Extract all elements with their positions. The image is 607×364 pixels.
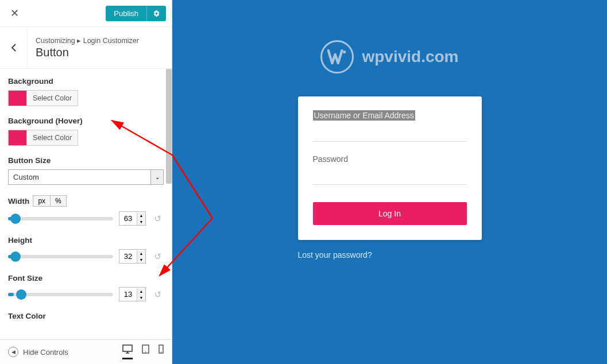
field-width: Width px % ▲ ▼ ↻ [8, 195, 164, 226]
publish-group: Publish [106, 6, 166, 21]
field-text-color: Text Color [8, 312, 164, 320]
site-logo: wpvivid.com [320, 40, 458, 73]
customizer-topbar: ✕ Publish [0, 0, 172, 27]
color-picker-row: Select Color [8, 130, 164, 146]
field-background: Background Select Color [8, 77, 164, 106]
field-label: Background [8, 77, 164, 86]
font-size-slider[interactable] [8, 293, 113, 296]
number-spinner: ▲ ▼ [137, 288, 145, 301]
stepper-up[interactable]: ▲ [137, 212, 145, 219]
breadcrumb-path: Customizing ▸ Login Customizer [36, 36, 139, 45]
customizer-footer: ◀ Hide Controls [0, 339, 172, 364]
svg-point-2 [145, 351, 146, 353]
stepper-down[interactable]: ▼ [137, 219, 145, 225]
field-height: Height ▲ ▼ ↻ [8, 236, 164, 264]
chevron-down-icon: ⌄ [151, 169, 164, 185]
reset-icon[interactable]: ↻ [152, 289, 164, 300]
hide-controls-label: Hide Controls [23, 348, 68, 357]
svg-rect-0 [123, 345, 132, 351]
slider-thumb[interactable] [10, 251, 21, 262]
width-input[interactable] [119, 212, 137, 225]
stepper-up[interactable]: ▲ [137, 250, 145, 257]
desktop-icon [122, 344, 133, 354]
height-slider[interactable] [8, 255, 113, 258]
publish-button[interactable]: Publish [106, 6, 146, 21]
device-desktop-button[interactable] [122, 344, 133, 359]
reset-icon[interactable]: ↻ [152, 251, 164, 262]
unit-toggle: px % [33, 195, 66, 207]
color-swatch[interactable] [8, 90, 26, 106]
login-form: Username or Email Address Password Log I… [298, 96, 482, 240]
password-input[interactable] [313, 166, 467, 185]
font-size-input-wrap: ▲ ▼ [119, 287, 146, 301]
reset-icon[interactable]: ↻ [152, 214, 164, 224]
field-font-size: Font Size ▲ ▼ ↻ [8, 274, 164, 301]
unit-percent-button[interactable]: % [51, 195, 67, 207]
width-input-wrap: ▲ ▼ [119, 211, 146, 226]
field-label: Button Size [8, 156, 164, 165]
font-size-input[interactable] [119, 288, 137, 301]
logo-mark [320, 40, 354, 73]
gear-icon [153, 10, 160, 17]
field-background-hover: Background (Hover) Select Color [8, 117, 164, 146]
unit-px-button[interactable]: px [33, 195, 51, 207]
settings-panel: Background Select Color Background (Hove… [0, 69, 172, 339]
field-label: Height [8, 236, 164, 245]
collapse-icon: ◀ [8, 347, 18, 357]
stepper-down[interactable]: ▼ [137, 295, 145, 301]
field-label: Background (Hover) [8, 117, 164, 125]
chevron-left-icon [11, 44, 16, 52]
logo-text: wpvivid.com [362, 48, 458, 66]
close-icon[interactable]: ✕ [6, 5, 24, 22]
font-size-slider-row: ▲ ▼ ↻ [8, 287, 164, 301]
publish-settings-button[interactable] [146, 6, 166, 21]
width-slider-row: ▲ ▼ ↻ [8, 211, 164, 226]
stepper-up[interactable]: ▲ [137, 288, 145, 295]
number-spinner: ▲ ▼ [137, 212, 145, 225]
height-input-wrap: ▲ ▼ [119, 249, 146, 264]
password-label: Password [313, 154, 467, 164]
field-label: Text Color [8, 312, 164, 320]
size-select[interactable]: Custom ⌄ [8, 169, 164, 185]
username-input[interactable] [313, 123, 467, 142]
select-color-button[interactable]: Select Color [26, 90, 78, 106]
tablet-icon [142, 344, 149, 354]
login-preview: wpvivid.com Username or Email Address Pa… [172, 0, 607, 364]
back-button[interactable] [0, 27, 28, 68]
field-label: Width [8, 197, 29, 206]
number-spinner: ▲ ▼ [137, 250, 145, 263]
mobile-icon [158, 344, 164, 354]
device-toggle [122, 344, 164, 359]
login-button[interactable]: Log In [313, 202, 467, 225]
lost-password-link[interactable]: Lost your password? [298, 240, 482, 260]
select-color-button[interactable]: Select Color [26, 130, 78, 146]
page-title: Button [36, 46, 139, 59]
stepper-down[interactable]: ▼ [137, 257, 145, 263]
width-slider[interactable] [8, 217, 113, 220]
height-slider-row: ▲ ▼ ↻ [8, 249, 164, 264]
size-select-value: Custom [8, 169, 151, 185]
customizer-sidebar: ✕ Publish Customizing ▸ Login Customizer… [0, 0, 172, 364]
username-label: Username or Email Address [313, 110, 415, 121]
color-swatch[interactable] [8, 130, 26, 146]
logo-w-icon [327, 49, 347, 64]
device-mobile-button[interactable] [158, 344, 164, 359]
slider-thumb[interactable] [16, 289, 26, 300]
scrollbar-thumb[interactable] [166, 69, 172, 184]
breadcrumb-body: Customizing ▸ Login Customizer Button [28, 29, 147, 66]
device-tablet-button[interactable] [142, 344, 149, 359]
field-button-size: Button Size Custom ⌄ [8, 156, 164, 185]
slider-thumb[interactable] [10, 214, 21, 224]
svg-point-5 [343, 51, 346, 53]
color-picker-row: Select Color [8, 90, 164, 106]
hide-controls-button[interactable]: ◀ Hide Controls [8, 347, 68, 357]
svg-point-4 [161, 351, 162, 353]
breadcrumb-row: Customizing ▸ Login Customizer Button [0, 27, 172, 69]
height-input[interactable] [119, 250, 137, 263]
field-label: Font Size [8, 274, 164, 282]
